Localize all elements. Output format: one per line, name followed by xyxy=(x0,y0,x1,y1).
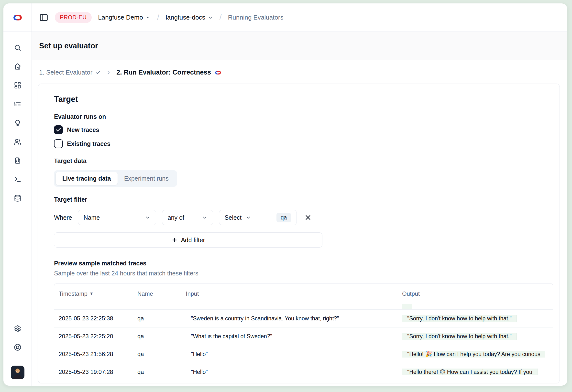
project-switcher[interactable]: langfuse-docs xyxy=(166,14,213,21)
evaluations-icon[interactable] xyxy=(14,119,21,126)
existing-traces-checkbox[interactable] xyxy=(54,139,63,148)
search-icon[interactable] xyxy=(14,44,21,51)
support-lifebuoy-icon[interactable] xyxy=(14,344,21,351)
filter-value-select[interactable]: Select qa xyxy=(219,210,297,225)
timestamp-cell: 2025-05-23 21:56:28 xyxy=(59,351,137,358)
step-select-evaluator-label: 1. Select Evaluator xyxy=(39,69,92,76)
sidebar-footer xyxy=(11,325,24,386)
prompts-icon[interactable] xyxy=(14,157,21,164)
target-filter-label: Target filter xyxy=(54,196,553,203)
top-navigation-bar: PROD-EU Langfuse Demo / langfuse-docs / … xyxy=(32,3,567,32)
app-window: PROD-EU Langfuse Demo / langfuse-docs / … xyxy=(3,3,567,386)
new-traces-label: New traces xyxy=(67,126,99,133)
sidebar xyxy=(3,3,32,386)
new-traces-checkbox[interactable] xyxy=(54,125,63,134)
runs-on-label: Evaluator runs on xyxy=(54,113,553,120)
filter-where-label: Where xyxy=(54,214,72,221)
filter-operator-value: any of xyxy=(168,214,184,221)
table-row[interactable]: 2025-05-23 22:25:20 qa "What is the capi… xyxy=(54,327,553,345)
breadcrumb-separator: / xyxy=(220,13,222,22)
add-filter-button[interactable]: Add filter xyxy=(54,232,322,248)
name-cell: qa xyxy=(137,369,186,375)
sidebar-toggle-icon[interactable] xyxy=(39,13,48,22)
sort-desc-icon: ▼ xyxy=(89,291,94,296)
column-header-input[interactable]: Input xyxy=(186,290,402,297)
name-cell: qa xyxy=(137,333,186,340)
sidebar-nav xyxy=(14,44,21,202)
terminal-icon[interactable] xyxy=(14,176,21,183)
output-cell[interactable]: "Sorry, I don't know how to help with th… xyxy=(402,315,517,322)
tab-experiment-runs[interactable]: Experiment runs xyxy=(118,172,175,185)
name-cell: qa xyxy=(137,315,186,322)
langfuse-logo-icon xyxy=(214,70,222,75)
chevron-down-icon xyxy=(145,15,151,20)
timestamp-header-label: Timestamp xyxy=(59,290,88,297)
input-cell[interactable]: "What is the capital of Sweden?" xyxy=(186,333,277,340)
filter-value-chip[interactable]: qa xyxy=(276,213,291,222)
existing-traces-label: Existing traces xyxy=(67,140,111,147)
project-name: langfuse-docs xyxy=(166,14,205,21)
input-cell[interactable]: "Hello" xyxy=(186,351,213,358)
timestamp-cell: 2025-05-23 22:25:20 xyxy=(59,333,137,340)
step-run-evaluator-label: 2. Run Evaluator: Correctness xyxy=(116,69,211,76)
filter-value-placeholder: Select xyxy=(225,214,241,221)
table-row[interactable]: 2025-05-23 22:25:38 qa "Sweden is a coun… xyxy=(54,309,553,327)
langfuse-logo-icon[interactable] xyxy=(12,14,23,21)
users-icon[interactable] xyxy=(14,138,21,145)
filter-column-select[interactable]: Name xyxy=(78,210,156,225)
dashboards-icon[interactable] xyxy=(14,82,21,89)
existing-traces-option[interactable]: Existing traces xyxy=(54,139,553,148)
tab-live-tracing-data[interactable]: Live tracing data xyxy=(56,172,118,185)
target-data-tabs: Live tracing data Experiment runs xyxy=(54,170,177,187)
remove-filter-icon[interactable] xyxy=(304,214,312,221)
output-cell[interactable]: "Hello there! 😊 How can I assist you tod… xyxy=(402,369,538,375)
wizard-steps: 1. Select Evaluator 2. Run Evaluator: Co… xyxy=(32,60,567,76)
column-header-name[interactable]: Name xyxy=(137,290,186,297)
check-icon xyxy=(95,70,101,75)
settings-gear-icon[interactable] xyxy=(14,325,21,332)
main-area: PROD-EU Langfuse Demo / langfuse-docs / … xyxy=(32,3,567,386)
timestamp-cell: 2025-05-23 19:07:28 xyxy=(59,369,137,375)
chevron-down-icon xyxy=(202,215,207,220)
timestamp-cell: 2025-05-23 22:25:38 xyxy=(59,315,137,322)
filter-row: Where Name any of Select xyxy=(54,210,553,225)
plus-icon xyxy=(171,237,178,243)
preview-traces-table: Timestamp ▼ Name Input Output xyxy=(54,283,553,381)
home-icon[interactable] xyxy=(14,63,21,70)
environment-badge[interactable]: PROD-EU xyxy=(55,12,92,23)
filter-column-value: Name xyxy=(84,214,100,221)
column-header-timestamp[interactable]: Timestamp ▼ xyxy=(59,290,137,297)
datasets-icon[interactable] xyxy=(14,195,21,202)
input-cell[interactable]: "Hello" xyxy=(186,369,213,375)
column-header-output[interactable]: Output xyxy=(402,290,553,297)
input-cell[interactable] xyxy=(186,304,196,309)
table-row-partial xyxy=(54,304,553,309)
sidebar-logo-area xyxy=(3,3,32,32)
output-cell[interactable]: "Hello! 🎉 How can I help you today? Are … xyxy=(402,351,545,358)
step-run-evaluator: 2. Run Evaluator: Correctness xyxy=(116,69,222,76)
target-card: Target Evaluator runs on New traces Exis… xyxy=(38,84,560,383)
page-content: Target Evaluator runs on New traces Exis… xyxy=(32,76,567,386)
page-title-bar: Set up evaluator xyxy=(32,32,567,60)
page-title: Set up evaluator xyxy=(39,42,98,50)
step-select-evaluator[interactable]: 1. Select Evaluator xyxy=(39,69,101,76)
user-avatar[interactable] xyxy=(11,366,24,379)
output-cell[interactable] xyxy=(402,304,412,309)
chevron-right-icon xyxy=(106,70,111,76)
preview-subtitle: Sample over the last 24 hours that match… xyxy=(54,270,553,277)
chevron-down-icon xyxy=(145,215,151,220)
name-cell: qa xyxy=(137,351,186,358)
tracing-icon[interactable] xyxy=(14,100,21,108)
table-row[interactable]: 2025-05-23 21:56:28 qa "Hello" "Hello! 🎉… xyxy=(54,345,553,363)
add-filter-label: Add filter xyxy=(181,236,205,244)
output-cell[interactable]: "Sorry, I don't know how to help with th… xyxy=(402,333,517,340)
input-cell[interactable]: "Sweden is a country in Scandinavia. You… xyxy=(186,315,344,322)
breadcrumb-separator: / xyxy=(157,13,159,22)
current-page-breadcrumb: Running Evaluators xyxy=(228,14,284,21)
org-switcher[interactable]: Langfuse Demo xyxy=(98,14,151,21)
new-traces-option[interactable]: New traces xyxy=(54,125,553,134)
target-heading: Target xyxy=(54,94,553,104)
filter-operator-select[interactable]: any of xyxy=(162,210,213,225)
table-row[interactable]: 2025-05-23 19:07:28 qa "Hello" "Hello th… xyxy=(54,363,553,381)
chevron-down-icon xyxy=(245,215,251,220)
